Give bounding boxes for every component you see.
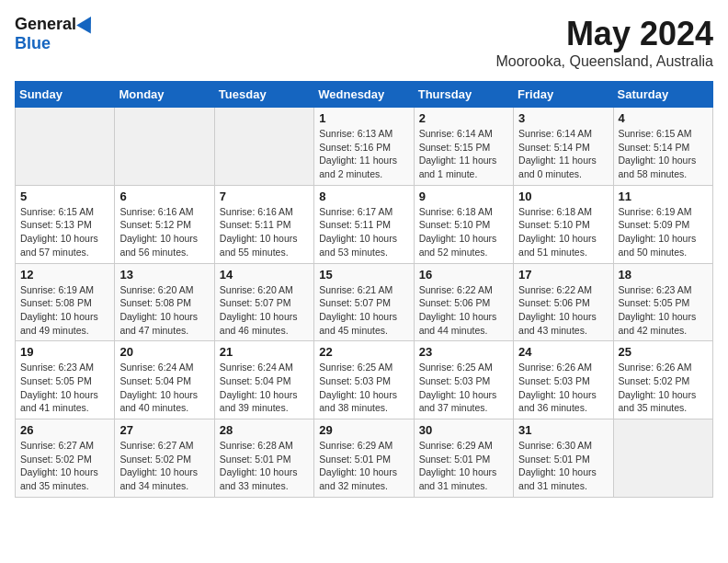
day-number: 20 bbox=[119, 345, 209, 359]
calendar-day-cell bbox=[214, 108, 313, 186]
logo-general-text: General bbox=[15, 15, 76, 34]
calendar-week-row: 26Sunrise: 6:27 AM Sunset: 5:02 PM Dayli… bbox=[16, 419, 713, 498]
calendar-day-cell: 18Sunrise: 6:23 AM Sunset: 5:05 PM Dayli… bbox=[613, 263, 712, 341]
weekday-header: Sunday bbox=[16, 82, 115, 108]
day-number: 28 bbox=[220, 423, 309, 437]
title-section: May 2024 Moorooka, Queensland, Australia bbox=[495, 15, 713, 70]
logo-blue-text: Blue bbox=[15, 34, 51, 53]
logo: General Blue bbox=[15, 15, 96, 53]
day-info: Sunrise: 6:27 AM Sunset: 5:02 PM Dayligh… bbox=[20, 439, 109, 493]
calendar-day-cell: 4Sunrise: 6:15 AM Sunset: 5:14 PM Daylig… bbox=[613, 108, 712, 186]
day-info: Sunrise: 6:20 AM Sunset: 5:08 PM Dayligh… bbox=[119, 283, 209, 338]
day-info: Sunrise: 6:15 AM Sunset: 5:14 PM Dayligh… bbox=[619, 127, 708, 181]
calendar-day-cell: 25Sunrise: 6:26 AM Sunset: 5:02 PM Dayli… bbox=[613, 341, 712, 419]
day-info: Sunrise: 6:17 AM Sunset: 5:11 PM Dayligh… bbox=[319, 205, 408, 259]
day-info: Sunrise: 6:19 AM Sunset: 5:08 PM Dayligh… bbox=[20, 283, 109, 338]
day-number: 14 bbox=[220, 268, 309, 282]
day-number: 17 bbox=[518, 268, 608, 282]
day-info: Sunrise: 6:27 AM Sunset: 5:02 PM Dayligh… bbox=[119, 439, 209, 493]
calendar-day-cell: 9Sunrise: 6:18 AM Sunset: 5:10 PM Daylig… bbox=[414, 185, 513, 263]
day-number: 31 bbox=[518, 423, 608, 437]
day-number: 23 bbox=[419, 345, 508, 359]
location-subtitle: Moorooka, Queensland, Australia bbox=[495, 53, 713, 70]
weekday-header: Saturday bbox=[613, 82, 712, 108]
day-number: 7 bbox=[220, 190, 309, 203]
calendar-day-cell: 10Sunrise: 6:18 AM Sunset: 5:10 PM Dayli… bbox=[514, 185, 613, 263]
day-info: Sunrise: 6:14 AM Sunset: 5:14 PM Dayligh… bbox=[518, 127, 608, 181]
calendar-day-cell: 23Sunrise: 6:25 AM Sunset: 5:03 PM Dayli… bbox=[414, 341, 513, 419]
day-number: 11 bbox=[619, 190, 708, 203]
calendar-week-row: 1Sunrise: 6:13 AM Sunset: 5:16 PM Daylig… bbox=[16, 108, 713, 186]
day-info: Sunrise: 6:19 AM Sunset: 5:09 PM Dayligh… bbox=[619, 205, 708, 259]
calendar-day-cell: 8Sunrise: 6:17 AM Sunset: 5:11 PM Daylig… bbox=[314, 185, 414, 263]
calendar-day-cell: 2Sunrise: 6:14 AM Sunset: 5:15 PM Daylig… bbox=[414, 108, 513, 186]
calendar-day-cell: 29Sunrise: 6:29 AM Sunset: 5:01 PM Dayli… bbox=[314, 419, 414, 498]
calendar-day-cell: 11Sunrise: 6:19 AM Sunset: 5:09 PM Dayli… bbox=[613, 185, 712, 263]
day-number: 12 bbox=[20, 268, 109, 282]
calendar-day-cell: 30Sunrise: 6:29 AM Sunset: 5:01 PM Dayli… bbox=[414, 419, 513, 498]
calendar-day-cell: 20Sunrise: 6:24 AM Sunset: 5:04 PM Dayli… bbox=[115, 341, 214, 419]
day-number: 25 bbox=[619, 345, 708, 359]
day-info: Sunrise: 6:30 AM Sunset: 5:01 PM Dayligh… bbox=[518, 439, 608, 493]
calendar-day-cell: 22Sunrise: 6:25 AM Sunset: 5:03 PM Dayli… bbox=[314, 341, 414, 419]
calendar-week-row: 5Sunrise: 6:15 AM Sunset: 5:13 PM Daylig… bbox=[16, 185, 713, 263]
calendar-day-cell: 7Sunrise: 6:16 AM Sunset: 5:11 PM Daylig… bbox=[214, 185, 313, 263]
day-number: 3 bbox=[518, 111, 608, 125]
weekday-header: Thursday bbox=[414, 82, 513, 108]
day-number: 13 bbox=[119, 268, 209, 282]
day-info: Sunrise: 6:13 AM Sunset: 5:16 PM Dayligh… bbox=[319, 127, 408, 181]
day-number: 4 bbox=[619, 111, 708, 125]
day-info: Sunrise: 6:29 AM Sunset: 5:01 PM Dayligh… bbox=[319, 439, 408, 493]
day-info: Sunrise: 6:24 AM Sunset: 5:04 PM Dayligh… bbox=[119, 361, 209, 415]
day-number: 22 bbox=[319, 345, 408, 359]
calendar-day-cell: 19Sunrise: 6:23 AM Sunset: 5:05 PM Dayli… bbox=[16, 341, 115, 419]
day-info: Sunrise: 6:22 AM Sunset: 5:06 PM Dayligh… bbox=[419, 283, 508, 338]
day-info: Sunrise: 6:23 AM Sunset: 5:05 PM Dayligh… bbox=[20, 361, 109, 415]
day-info: Sunrise: 6:24 AM Sunset: 5:04 PM Dayligh… bbox=[220, 361, 309, 415]
calendar-day-cell bbox=[115, 108, 214, 186]
day-info: Sunrise: 6:25 AM Sunset: 5:03 PM Dayligh… bbox=[319, 361, 408, 415]
day-number: 15 bbox=[319, 268, 408, 282]
weekday-header: Monday bbox=[115, 82, 214, 108]
day-info: Sunrise: 6:26 AM Sunset: 5:03 PM Dayligh… bbox=[518, 361, 608, 415]
day-number: 1 bbox=[319, 111, 408, 125]
day-info: Sunrise: 6:28 AM Sunset: 5:01 PM Dayligh… bbox=[220, 439, 309, 493]
logo-triangle-icon bbox=[76, 12, 98, 33]
day-info: Sunrise: 6:20 AM Sunset: 5:07 PM Dayligh… bbox=[220, 283, 309, 338]
day-number: 2 bbox=[419, 111, 508, 125]
day-number: 5 bbox=[20, 190, 109, 203]
day-info: Sunrise: 6:18 AM Sunset: 5:10 PM Dayligh… bbox=[419, 205, 508, 259]
weekday-header: Wednesday bbox=[314, 82, 414, 108]
page-header: General Blue May 2024 Moorooka, Queensla… bbox=[15, 15, 713, 70]
day-number: 24 bbox=[518, 345, 608, 359]
day-info: Sunrise: 6:15 AM Sunset: 5:13 PM Dayligh… bbox=[20, 205, 109, 259]
calendar-day-cell: 16Sunrise: 6:22 AM Sunset: 5:06 PM Dayli… bbox=[414, 263, 513, 341]
calendar-week-row: 12Sunrise: 6:19 AM Sunset: 5:08 PM Dayli… bbox=[16, 263, 713, 341]
calendar-header: SundayMondayTuesdayWednesdayThursdayFrid… bbox=[16, 82, 713, 108]
day-number: 19 bbox=[20, 345, 109, 359]
day-info: Sunrise: 6:26 AM Sunset: 5:02 PM Dayligh… bbox=[619, 361, 708, 415]
day-info: Sunrise: 6:18 AM Sunset: 5:10 PM Dayligh… bbox=[518, 205, 608, 259]
calendar-day-cell: 5Sunrise: 6:15 AM Sunset: 5:13 PM Daylig… bbox=[16, 185, 115, 263]
calendar-day-cell: 21Sunrise: 6:24 AM Sunset: 5:04 PM Dayli… bbox=[214, 341, 313, 419]
day-info: Sunrise: 6:21 AM Sunset: 5:07 PM Dayligh… bbox=[319, 283, 408, 338]
day-number: 26 bbox=[20, 423, 109, 437]
calendar-day-cell: 26Sunrise: 6:27 AM Sunset: 5:02 PM Dayli… bbox=[16, 419, 115, 498]
day-number: 8 bbox=[319, 190, 408, 203]
day-info: Sunrise: 6:16 AM Sunset: 5:12 PM Dayligh… bbox=[119, 205, 209, 259]
day-number: 27 bbox=[119, 423, 209, 437]
weekday-header-row: SundayMondayTuesdayWednesdayThursdayFrid… bbox=[16, 82, 713, 108]
day-number: 30 bbox=[419, 423, 508, 437]
day-number: 6 bbox=[119, 190, 209, 203]
calendar-day-cell: 12Sunrise: 6:19 AM Sunset: 5:08 PM Dayli… bbox=[16, 263, 115, 341]
day-number: 9 bbox=[419, 190, 508, 203]
calendar-day-cell: 31Sunrise: 6:30 AM Sunset: 5:01 PM Dayli… bbox=[514, 419, 613, 498]
day-info: Sunrise: 6:29 AM Sunset: 5:01 PM Dayligh… bbox=[419, 439, 508, 493]
day-number: 10 bbox=[518, 190, 608, 203]
day-info: Sunrise: 6:25 AM Sunset: 5:03 PM Dayligh… bbox=[419, 361, 508, 415]
calendar-week-row: 19Sunrise: 6:23 AM Sunset: 5:05 PM Dayli… bbox=[16, 341, 713, 419]
calendar-day-cell bbox=[613, 419, 712, 498]
calendar-day-cell: 24Sunrise: 6:26 AM Sunset: 5:03 PM Dayli… bbox=[514, 341, 613, 419]
month-year-title: May 2024 bbox=[495, 15, 713, 53]
day-info: Sunrise: 6:14 AM Sunset: 5:15 PM Dayligh… bbox=[419, 127, 508, 181]
